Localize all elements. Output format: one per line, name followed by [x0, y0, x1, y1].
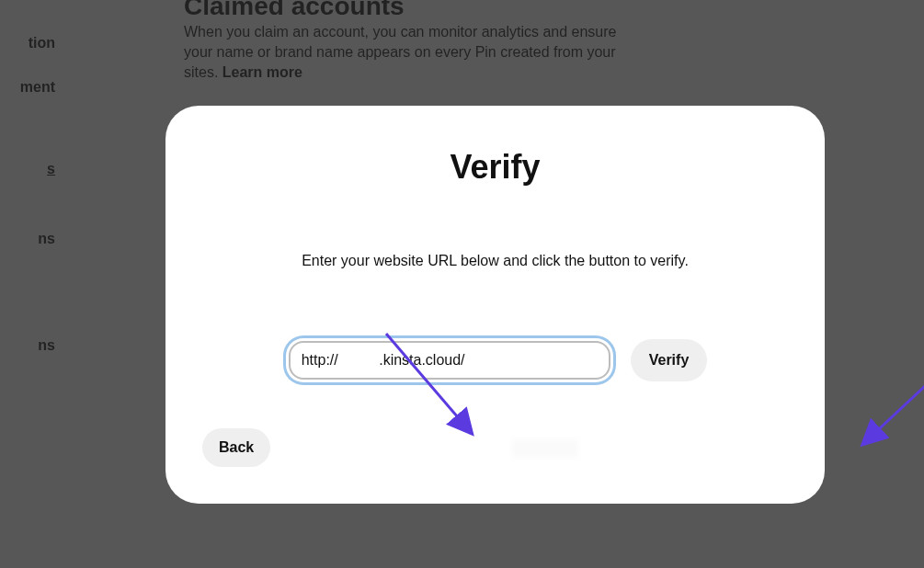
url-input-row: Verify: [202, 335, 788, 385]
modal-title: Verify: [202, 148, 788, 187]
back-button[interactable]: Back: [202, 428, 270, 467]
verify-button[interactable]: Verify: [631, 339, 708, 381]
verify-modal: Verify Enter your website URL below and …: [165, 106, 825, 504]
website-url-input[interactable]: [289, 341, 610, 380]
modal-instruction: Enter your website URL below and click t…: [202, 253, 788, 269]
url-input-focus-ring: [283, 335, 616, 385]
